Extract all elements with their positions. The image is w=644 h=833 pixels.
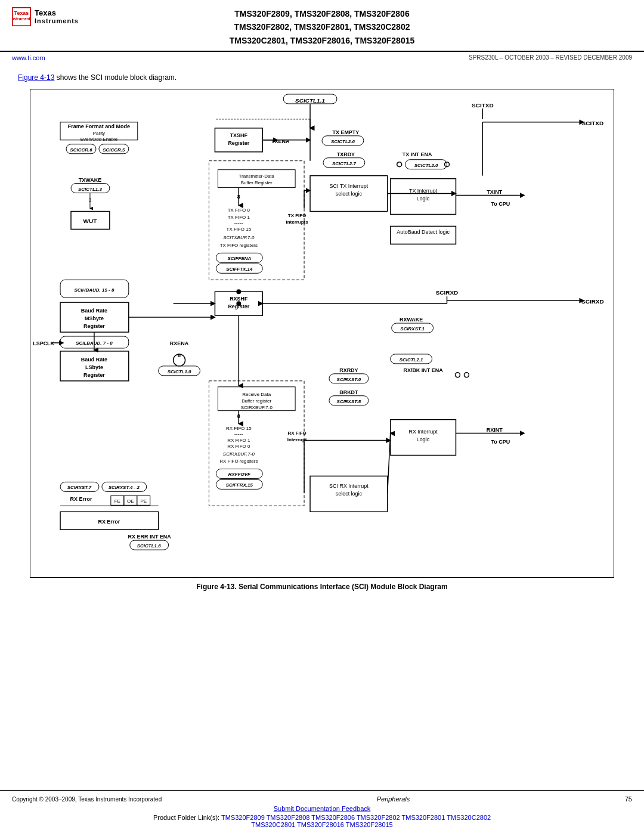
svg-text:SCICTL1.1: SCICTL1.1 <box>295 97 325 104</box>
svg-text:select logic: select logic <box>336 191 363 197</box>
svg-text:SCIFFENA: SCIFFENA <box>227 256 251 261</box>
svg-text:RXINT: RXINT <box>487 427 503 433</box>
svg-text:TXRDY: TXRDY <box>337 151 355 157</box>
svg-text:RX Error: RX Error <box>70 496 92 502</box>
product-folder-prefix: Product Folder Link(s): <box>153 814 219 821</box>
feedback-link[interactable]: Submit Documentation Feedback <box>274 805 371 812</box>
svg-text:BRKDT: BRKDT <box>339 389 358 395</box>
svg-text:SCITXBUF.7-0: SCITXBUF.7-0 <box>223 236 255 241</box>
sci-diagram-svg: SCICTL1.1 SCITXD SCITXD Frame Format and… <box>30 89 614 577</box>
svg-text:SCICTL1.6: SCICTL1.6 <box>137 543 161 549</box>
peripherals-label: Peripherals <box>377 795 410 803</box>
svg-text:SCIRXST.1: SCIRXST.1 <box>400 326 425 332</box>
svg-text:RX FIFO  1: RX FIFO 1 <box>227 438 250 443</box>
main-content: Figure 4-13 shows the SCI module block d… <box>0 64 644 610</box>
svg-point-105 <box>455 373 460 377</box>
product-link-4[interactable]: TMS320F2802 <box>357 814 400 821</box>
ti-logo-icon: Texas Instruments <box>12 7 31 26</box>
footer-product-links: Product Folder Link(s): TMS320F2809 TMS3… <box>12 814 632 828</box>
figure-link[interactable]: Figure 4-13 <box>18 73 54 82</box>
product-link-3[interactable]: TMS320F2806 <box>311 814 355 821</box>
product-link-1[interactable]: TMS320F2809 <box>221 814 265 821</box>
svg-text:SCICCR.6: SCICCR.6 <box>70 147 92 153</box>
svg-text:Interrupts: Interrupts <box>286 220 309 225</box>
svg-text:SCICTL1.0: SCICTL1.0 <box>168 369 191 374</box>
svg-text:Even/Odd    Enable: Even/Odd Enable <box>80 137 118 142</box>
logo-text: Texas Instruments <box>35 8 79 26</box>
svg-text:SCICTL1.3: SCICTL1.3 <box>78 187 102 192</box>
svg-text:PE: PE <box>140 498 147 504</box>
logo-line2: Instruments <box>35 17 79 25</box>
svg-text:Frame Format and Mode: Frame Format and Mode <box>68 123 130 129</box>
svg-text:TXSHF: TXSHF <box>230 132 248 138</box>
product-link-5[interactable]: TMS320F2801 <box>402 814 445 821</box>
svg-text:RXRDY: RXRDY <box>339 367 358 373</box>
svg-text:SCI TX Interrupt: SCI TX Interrupt <box>330 183 369 189</box>
svg-text:SCIRXST.5: SCIRXST.5 <box>337 399 361 404</box>
svg-text:AutoBaud Detect logic: AutoBaud Detect logic <box>397 230 450 236</box>
svg-text:MSbyte: MSbyte <box>85 315 104 321</box>
svg-text:SCICTL2.1: SCICTL2.1 <box>400 357 423 363</box>
product-link-8[interactable]: TMS320F28016 <box>297 821 344 828</box>
svg-text:Instruments: Instruments <box>12 17 31 21</box>
website-link[interactable]: www.ti.com <box>12 54 45 61</box>
svg-text:To CPU: To CPU <box>491 201 510 207</box>
svg-text:RX FIFO: RX FIFO <box>287 431 306 436</box>
logo-line1: Texas <box>35 8 79 18</box>
svg-text:To CPU: To CPU <box>491 439 510 445</box>
figure-caption: Figure 4-13. Serial Communications Inter… <box>18 583 626 591</box>
sub-header: www.ti.com SPRS230L – OCTOBER 2003 – REV… <box>0 52 644 64</box>
page-footer: Copyright © 2003–2009, Texas Instruments… <box>0 790 644 833</box>
svg-text:SCIRXD: SCIRXD <box>581 298 604 305</box>
svg-text:SCIRXST.6: SCIRXST.6 <box>337 377 361 382</box>
svg-text:RX FIFO registers: RX FIFO registers <box>219 459 258 465</box>
svg-text:RX Error: RX Error <box>98 519 120 525</box>
svg-text:Texas: Texas <box>14 10 29 16</box>
product-link-2[interactable]: TMS320F2808 <box>267 814 310 821</box>
svg-line-165 <box>388 433 391 493</box>
doc-reference: SPRS230L – OCTOBER 2003 – REVISED DECEMB… <box>469 54 632 61</box>
svg-point-31 <box>397 162 402 167</box>
svg-text:TX FIFO  15: TX FIFO 15 <box>227 227 252 233</box>
svg-text:SCI RX Interrupt: SCI RX Interrupt <box>329 484 369 490</box>
product-link-6[interactable]: TMS320C2802 <box>447 814 491 821</box>
svg-text:SCITXD: SCITXD <box>582 120 604 126</box>
title-line3: TMS320C2801, TMS320F28016, TMS320F28015 <box>89 34 555 47</box>
svg-text:RXSHF: RXSHF <box>230 296 248 302</box>
svg-text:Logic: Logic <box>417 196 430 202</box>
svg-point-168 <box>236 289 241 294</box>
svg-text:Transmitter-Data: Transmitter-Data <box>239 174 275 179</box>
svg-text:Register: Register <box>83 372 105 378</box>
document-title: TMS320F2809, TMS320F2808, TMS320F2806 TM… <box>83 7 561 47</box>
footer-feedback: Submit Documentation Feedback <box>12 805 632 812</box>
svg-text:Parity: Parity <box>93 131 105 136</box>
svg-text:SCITXD: SCITXD <box>472 102 494 109</box>
svg-text:RXWAKE: RXWAKE <box>400 317 423 323</box>
svg-text:select logic: select logic <box>336 491 363 497</box>
svg-text:8: 8 <box>178 352 181 358</box>
svg-text:Receive Data: Receive Data <box>242 392 271 397</box>
svg-text:Buffer register: Buffer register <box>242 398 271 404</box>
svg-text:RX FIFO  15: RX FIFO 15 <box>226 426 252 431</box>
svg-text:TXWAKE: TXWAKE <box>79 177 101 183</box>
svg-text:SCIHBAUD. 15 - 8: SCIHBAUD. 15 - 8 <box>74 287 114 293</box>
svg-text:LSPCLK: LSPCLK <box>33 340 54 346</box>
product-link-7[interactable]: TMS320C2801 <box>251 821 295 828</box>
svg-text:Baud Rate: Baud Rate <box>81 357 107 363</box>
svg-text:Buffer Register: Buffer Register <box>241 180 273 185</box>
footer-top: Copyright © 2003–2009, Texas Instruments… <box>12 795 632 803</box>
svg-text:RX ERR INT ENA: RX ERR INT ENA <box>128 534 172 540</box>
copyright-text: Copyright © 2003–2009, Texas Instruments… <box>12 796 162 803</box>
title-line1: TMS320F2809, TMS320F2808, TMS320F2806 <box>89 7 555 20</box>
svg-text:RXENA: RXENA <box>170 340 189 346</box>
product-link-9[interactable]: TMS320F28015 <box>346 821 393 828</box>
svg-text:SCIRXST.7: SCIRXST.7 <box>67 485 92 491</box>
block-diagram: SCICTL1.1 SCITXD SCITXD Frame Format and… <box>30 89 614 578</box>
svg-text:-----: ----- <box>234 221 243 227</box>
svg-text:RX/BK INT ENA: RX/BK INT ENA <box>403 367 443 373</box>
logo-area: Texas Instruments Texas Instruments <box>12 7 83 26</box>
svg-text:SCIFFRX.15: SCIFFRX.15 <box>226 483 253 488</box>
page-number: 75 <box>625 795 632 803</box>
svg-text:TX INT ENA: TX INT ENA <box>402 151 432 157</box>
svg-text:SCIFFTX.14: SCIFFTX.14 <box>226 267 253 272</box>
